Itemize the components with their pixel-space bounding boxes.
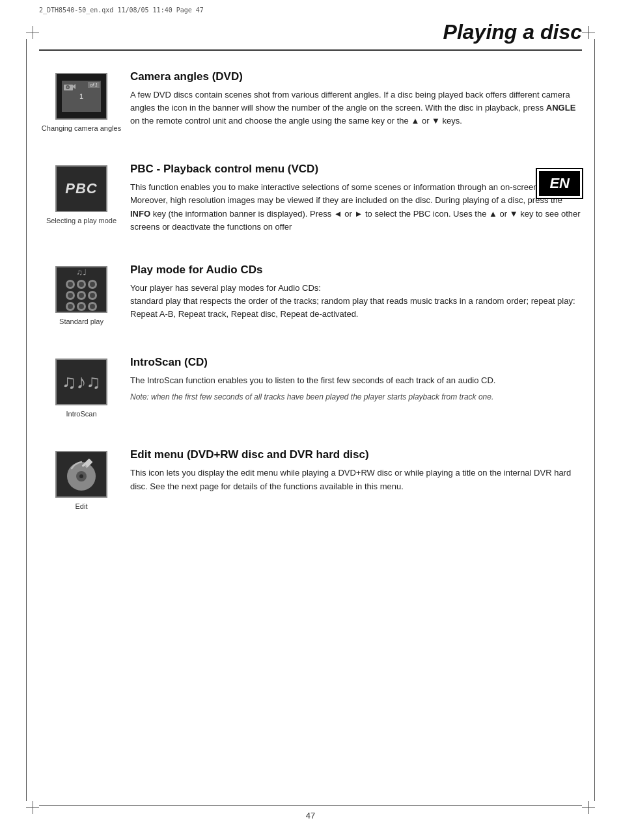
en-badge: EN (537, 169, 582, 198)
standard-play-icon: ♫♩ (55, 266, 107, 313)
edit-icon (55, 451, 107, 498)
pbc-content: PBC - Playback control menu (VCD) This f… (124, 163, 582, 234)
side-line-right (594, 39, 595, 801)
page-title: Playing a disc (443, 20, 582, 44)
file-info: 2_DTH8540-50_en.qxd 11/08/05 11:40 Page … (39, 7, 204, 14)
section-introscan: ♫♪♫ IntroScan IntroScan (CD) The IntroSc… (39, 356, 582, 425)
edit-section-body: This icon lets you display the edit menu… (130, 467, 582, 493)
footer-line (39, 805, 582, 806)
camera-section-title: Camera angles (DVD) (130, 70, 582, 83)
icon-col-edit: Edit (39, 448, 124, 511)
crosshair-tr (582, 26, 595, 39)
introscan-note: Note: when the first few seconds of all … (130, 391, 582, 403)
cam-screen: 1 of 1 (62, 81, 101, 112)
icon-col-introscan: ♫♪♫ IntroScan (39, 356, 124, 418)
play-mode-content: Play mode for Audio CDs Your player has … (124, 264, 582, 321)
svg-point-6 (79, 474, 83, 478)
page-footer: 47 (0, 805, 621, 820)
section-pbc: PBC Selecting a play mode PBC - Playback… (39, 163, 582, 240)
section-play-mode: ♫♩ Standard play (39, 264, 582, 332)
introscan-content: IntroScan (CD) The IntroScan function en… (124, 356, 582, 403)
circle-grid (66, 280, 97, 311)
angle-keyword: ANGLE (546, 103, 576, 113)
introscan-section-body: The IntroScan function enables you to li… (130, 374, 582, 387)
pbc-section-title: PBC - Playback control menu (VCD) (130, 163, 582, 176)
section-edit: Edit Edit menu (DVD+RW disc and DVR hard… (39, 448, 582, 517)
top-bar: 2_DTH8540-50_en.qxd 11/08/05 11:40 Page … (39, 0, 582, 14)
edit-icon-caption: Edit (76, 502, 88, 511)
edit-disc-svg (62, 455, 100, 493)
camera-content: Camera angles (DVD) A few DVD discs cont… (124, 70, 582, 128)
edit-content: Edit menu (DVD+RW disc and DVR hard disc… (124, 448, 582, 493)
section-camera-angles: 1 of 1 Changing ca (39, 70, 582, 139)
camera-section-body: A few DVD discs contain scenes shot from… (130, 88, 582, 128)
play-mode-section-body: Your player has several play modes for A… (130, 282, 582, 321)
introscan-section-title: IntroScan (CD) (130, 356, 582, 369)
info-keyword: INFO (130, 209, 150, 219)
camera-angles-icon: 1 of 1 (55, 73, 107, 120)
icon-col-play-mode: ♫♩ Standard play (39, 264, 124, 326)
side-line-left (26, 39, 27, 801)
pbc-section-body: This function enables you to make intera… (130, 181, 582, 234)
page-title-section: Playing a disc (39, 20, 582, 51)
page-wrapper: 2_DTH8540-50_en.qxd 11/08/05 11:40 Page … (0, 0, 621, 840)
play-mode-icon-caption: Standard play (59, 317, 104, 326)
pbc-icon: PBC (55, 165, 107, 212)
edit-section-title: Edit menu (DVD+RW disc and DVR hard disc… (130, 448, 582, 461)
svg-marker-1 (73, 84, 76, 89)
play-mode-section-title: Play mode for Audio CDs (130, 264, 582, 277)
introscan-icon-caption: IntroScan (66, 409, 96, 418)
pbc-icon-text: PBC (65, 180, 97, 197)
introscan-icon: ♫♪♫ (55, 359, 107, 405)
pbc-icon-caption: Selecting a play mode (46, 216, 117, 225)
icon-col-camera: 1 of 1 Changing ca (39, 70, 124, 133)
page-number: 47 (306, 811, 315, 820)
camera-icon-caption: Changing camera angles (42, 124, 121, 133)
crosshair-tl (26, 26, 39, 39)
icon-col-pbc: PBC Selecting a play mode (39, 163, 124, 225)
svg-point-3 (67, 87, 69, 88)
